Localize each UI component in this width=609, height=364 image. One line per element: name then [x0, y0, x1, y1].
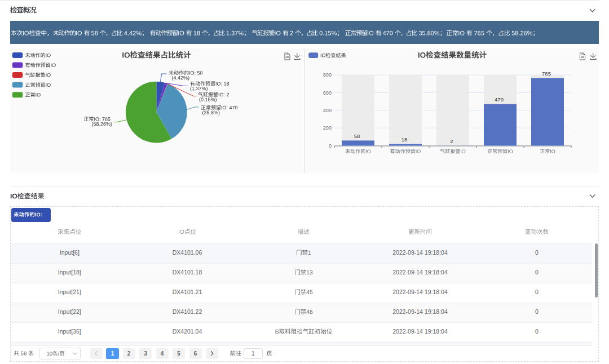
- svg-text:765: 765: [542, 70, 551, 77]
- svg-text:1: 1: [251, 350, 255, 357]
- svg-text:0: 0: [535, 328, 539, 335]
- svg-text:0: 0: [535, 269, 539, 276]
- svg-text:0: 0: [535, 308, 539, 315]
- svg-text:DX4101.06: DX4101.06: [173, 249, 202, 256]
- svg-text:Input[21]: Input[21]: [58, 288, 81, 295]
- svg-text:Input[6]: Input[6]: [60, 249, 80, 256]
- svg-text:2022-09-14 19:18:04: 2022-09-14 19:18:04: [392, 249, 448, 256]
- svg-text:2: 2: [127, 350, 131, 357]
- svg-text:600: 600: [323, 90, 332, 96]
- svg-text:2022-09-14 19:18:04: 2022-09-14 19:18:04: [392, 308, 448, 315]
- svg-text:0: 0: [535, 288, 539, 295]
- svg-text:400: 400: [323, 108, 332, 113]
- svg-text:0: 0: [535, 249, 539, 256]
- svg-text:3: 3: [144, 350, 147, 357]
- svg-text:200: 200: [323, 125, 332, 131]
- svg-text:470: 470: [495, 96, 504, 103]
- svg-text:5: 5: [177, 350, 180, 357]
- svg-text:58: 58: [354, 133, 360, 139]
- svg-text:6: 6: [194, 350, 197, 357]
- svg-text:1: 1: [111, 350, 114, 357]
- svg-text:Input[18]: Input[18]: [58, 269, 81, 276]
- svg-text:DX4101.18: DX4101.18: [173, 269, 202, 276]
- svg-text:2022-09-14 19:18:04: 2022-09-14 19:18:04: [392, 288, 448, 295]
- svg-text:Input[22]: Input[22]: [58, 308, 81, 315]
- svg-text:0: 0: [329, 143, 332, 149]
- svg-text:2: 2: [450, 138, 453, 144]
- svg-text:2022-09-14 19:18:04: 2022-09-14 19:18:04: [392, 328, 448, 335]
- svg-text:800: 800: [323, 72, 332, 78]
- svg-text:18: 18: [401, 136, 408, 143]
- svg-text:DX4101.22: DX4101.22: [173, 308, 202, 315]
- svg-text:Input[36]: Input[36]: [58, 328, 81, 335]
- svg-text:DX4201.04: DX4201.04: [173, 328, 202, 335]
- svg-text:DX4101.21: DX4101.21: [173, 288, 202, 295]
- svg-text:2022-09-14 19:18:04: 2022-09-14 19:18:04: [392, 269, 448, 276]
- svg-text:4: 4: [161, 350, 164, 357]
